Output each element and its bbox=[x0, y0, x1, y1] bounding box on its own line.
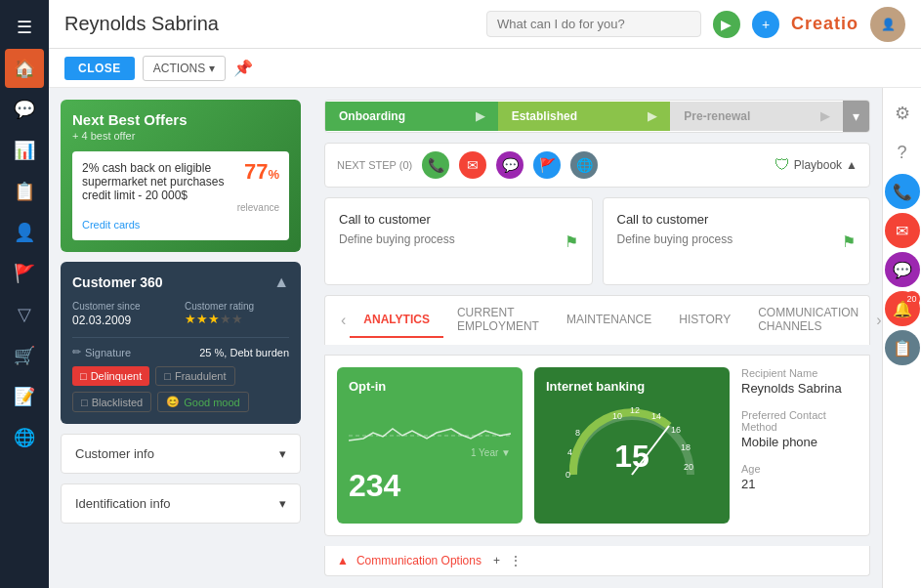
play-button[interactable]: ▶ bbox=[713, 11, 740, 38]
badge-good-mood[interactable]: 😊 Good mood bbox=[157, 392, 248, 412]
actions-label: ACTIONS bbox=[153, 62, 205, 75]
main-content: Reynolds Sabrina ▶ + Creatio 👤 CLOSE ACT… bbox=[49, 0, 921, 588]
svg-text:12: 12 bbox=[630, 405, 640, 415]
delinquent-icon: □ bbox=[80, 370, 87, 382]
web-action-icon[interactable]: 🌐 bbox=[570, 151, 598, 179]
sidebar-flag-icon[interactable]: 🚩 bbox=[5, 254, 44, 293]
step-prerenewal[interactable]: Pre-renewal ▶ bbox=[670, 102, 843, 131]
playbook-chevron-icon: ▲ bbox=[846, 158, 858, 172]
document-button[interactable]: 📋 bbox=[885, 330, 920, 365]
ibanking-card: Internet banking 0 4 8 bbox=[534, 367, 730, 524]
chat-action-icon[interactable]: 💬 bbox=[496, 151, 523, 179]
tab-communication[interactable]: COMMUNICATION CHANNELS bbox=[744, 296, 872, 345]
search-input[interactable] bbox=[486, 11, 701, 37]
sidebar-edit-icon[interactable]: 📝 bbox=[5, 377, 44, 416]
identification-info-chevron: ▾ bbox=[279, 496, 286, 511]
tabs-prev-icon[interactable]: ‹ bbox=[337, 304, 350, 337]
customer360-collapse-icon[interactable]: ▲ bbox=[273, 273, 289, 291]
tab-history[interactable]: HISTORY bbox=[665, 303, 744, 338]
customer-info-section[interactable]: Customer info ▾ bbox=[61, 434, 301, 474]
sidebar-chat-icon[interactable]: 💬 bbox=[5, 90, 44, 129]
identification-info-section[interactable]: Identification info ▾ bbox=[61, 483, 301, 524]
badge-fraudulent[interactable]: □ Fraudulent bbox=[155, 366, 234, 386]
chart-period[interactable]: 1 Year ▼ bbox=[471, 447, 511, 458]
step-onboarding-label: Onboarding bbox=[339, 109, 405, 123]
customer-rating-field: Customer rating ★★★★★ bbox=[185, 301, 289, 327]
badge-delinquent[interactable]: □ Delinquent bbox=[72, 366, 149, 386]
more-options-icon[interactable]: ⋮ bbox=[510, 554, 522, 567]
nbo-relevance-label: relevance bbox=[82, 202, 279, 213]
svg-text:14: 14 bbox=[651, 411, 661, 421]
creatio-logo: Creatio bbox=[791, 14, 858, 34]
playbook-button[interactable]: 🛡 Playbook ▲ bbox=[774, 156, 858, 174]
sidebar-globe-icon[interactable]: 🌐 bbox=[5, 418, 44, 457]
email-action-icon[interactable]: ✉ bbox=[459, 151, 486, 179]
tab-maintenance[interactable]: MAINTENANCE bbox=[553, 303, 665, 338]
svg-text:8: 8 bbox=[575, 428, 580, 438]
pin-icon[interactable]: 📌 bbox=[233, 59, 253, 77]
customer360-title: Customer 360 bbox=[72, 274, 163, 290]
mood-icon: 😊 bbox=[166, 396, 180, 408]
sidebar-list-icon[interactable]: 📋 bbox=[5, 172, 44, 211]
fraudulent-icon: □ bbox=[164, 370, 171, 382]
debt-field: 25 %, Debt burden bbox=[199, 347, 289, 358]
badge-blacklisted[interactable]: □ Blacklisted bbox=[72, 392, 151, 412]
sidebar-filter-icon[interactable]: ▽ bbox=[5, 295, 44, 334]
signature-field: ✏ Signature bbox=[72, 346, 131, 358]
progress-dropdown[interactable]: ▾ bbox=[843, 101, 869, 132]
cards-row: Call to customer Define buying process ⚑… bbox=[324, 197, 870, 285]
tab-employment[interactable]: CURRENT EMPLOYMENT bbox=[443, 296, 553, 345]
svg-text:16: 16 bbox=[671, 425, 681, 435]
nbo-offer: 2% cash back on eligible supermarket net… bbox=[72, 151, 289, 240]
step-prerenewal-arrow: ▶ bbox=[820, 109, 829, 123]
flag-icon-2[interactable]: ⚑ bbox=[842, 232, 856, 251]
close-button[interactable]: CLOSE bbox=[64, 57, 135, 80]
svg-text:10: 10 bbox=[612, 411, 622, 421]
flag-action-icon[interactable]: 🚩 bbox=[533, 151, 561, 179]
nbo-subtitle: + 4 best offer bbox=[72, 130, 188, 142]
call-card-1-subtitle: Define buying process ⚑ bbox=[339, 232, 578, 246]
rating-stars: ★★★★★ bbox=[185, 312, 289, 326]
notification-button[interactable]: 🔔 20 bbox=[885, 291, 920, 326]
sidebar-user-icon[interactable]: 👤 bbox=[5, 213, 44, 252]
communication-label: Communication Options bbox=[356, 554, 481, 567]
ibanking-title: Internet banking bbox=[546, 379, 718, 394]
call-button[interactable]: 📞 bbox=[885, 174, 920, 209]
sidebar-home-icon[interactable]: 🏠 bbox=[5, 49, 44, 88]
call-card-1-title: Call to customer bbox=[339, 212, 578, 227]
step-onboarding[interactable]: Onboarding ▶ bbox=[325, 102, 498, 131]
flag-icon-1[interactable]: ⚑ bbox=[565, 232, 578, 251]
nbo-card[interactable]: Next Best Offers + 4 best offer › 2% cas… bbox=[61, 100, 301, 252]
customer-info-chevron: ▾ bbox=[279, 446, 286, 461]
settings-button[interactable]: ⚙ bbox=[885, 96, 920, 131]
help-button[interactable]: ? bbox=[885, 135, 920, 170]
sidebar-cart-icon[interactable]: 🛒 bbox=[5, 336, 44, 375]
sidebar-analytics-icon[interactable]: 📊 bbox=[5, 131, 44, 170]
sidebar-menu-icon[interactable]: ☰ bbox=[5, 8, 44, 47]
step-prerenewal-label: Pre-renewal bbox=[684, 109, 750, 123]
actions-button[interactable]: ACTIONS ▾ bbox=[143, 56, 226, 81]
page-title: Reynolds Sabrina bbox=[64, 13, 475, 35]
phone-action-icon[interactable]: 📞 bbox=[422, 151, 449, 179]
nbo-relevance: 77% bbox=[244, 159, 279, 185]
add-button[interactable]: + bbox=[752, 11, 779, 38]
avatar[interactable]: 👤 bbox=[870, 7, 905, 42]
age-field: Age 21 bbox=[741, 463, 858, 491]
recipient-field: Recipient Name Reynolds Sabrina bbox=[741, 367, 858, 396]
call-card-1: Call to customer Define buying process ⚑ bbox=[324, 197, 593, 285]
step-established[interactable]: Established ▶ bbox=[498, 102, 671, 131]
tabs-next-icon[interactable]: › bbox=[872, 304, 882, 337]
svg-text:4: 4 bbox=[567, 447, 572, 457]
bottom-bar[interactable]: ▲ Communication Options + ⋮ bbox=[324, 546, 870, 576]
info-panel: Recipient Name Reynolds Sabrina Preferre… bbox=[741, 367, 858, 524]
add-communication-icon[interactable]: + bbox=[493, 554, 500, 567]
call-card-2: Call to customer Define buying process ⚑ bbox=[603, 197, 871, 285]
tab-analytics[interactable]: ANALYTICS bbox=[350, 303, 443, 338]
email-button[interactable]: ✉ bbox=[885, 213, 920, 248]
svg-text:20: 20 bbox=[684, 462, 693, 472]
ibanking-value: 15 bbox=[614, 439, 649, 475]
customer-since-field: Customer since 02.03.2009 bbox=[72, 301, 177, 327]
badge-row: □ Delinquent □ Fraudulent □ Blacklisted … bbox=[72, 366, 289, 412]
chat-button[interactable]: 💬 bbox=[885, 252, 920, 287]
nbo-link[interactable]: Credit cards bbox=[82, 219, 279, 231]
